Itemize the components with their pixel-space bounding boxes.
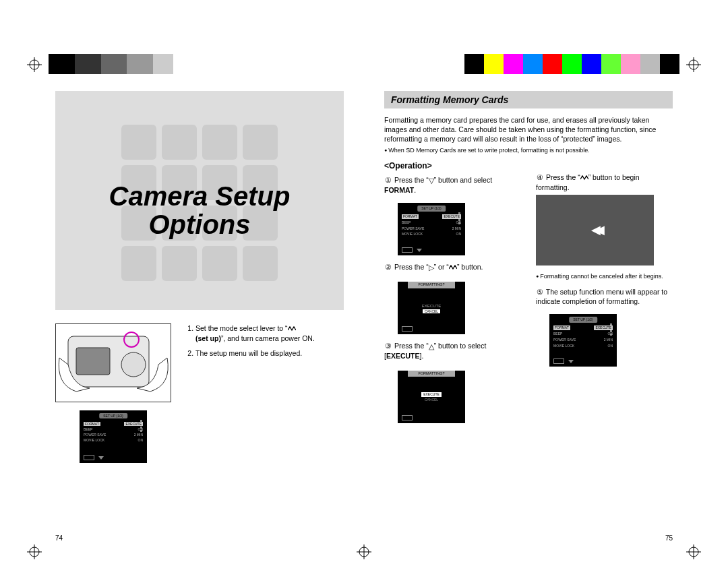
enter-icon — [449, 263, 457, 272]
page-number-left: 74 — [55, 534, 63, 542]
color-calibration-strip — [49, 54, 679, 74]
chapter-hero: Camera Setup Options — [55, 91, 344, 310]
down-triangle-icon: ▽ — [429, 176, 434, 185]
lcd-step-3: FORMATTING? EXECUTE CANCEL — [398, 371, 465, 423]
svg-point-17 — [121, 352, 146, 377]
right-triangle-icon: ▷ — [429, 263, 434, 272]
mid-note: Formatting cannot be canceled after it b… — [536, 272, 673, 280]
intro-step-1: Set the mode select lever to “ (set up)”… — [195, 323, 315, 343]
hero-title-line1: Camera Setup — [109, 181, 291, 211]
intro-step-2: The setup menu will be displayed. — [195, 348, 315, 358]
page-spread: Camera Setup Options — [49, 77, 679, 542]
page-right: Formatting Memory Cards Formatting a mem… — [364, 77, 679, 542]
play-icon: ◀◀ — [591, 222, 599, 238]
op-step-2: ② Press the “▷” or “” button. FORMATTING… — [384, 262, 521, 334]
section-heading: Formatting Memory Cards — [384, 91, 673, 108]
op-step-4: ④ Press the “” button to begin formattin… — [536, 173, 673, 266]
lcd-step-5: SET UP (1/2) FORMATEXECUTE BEEPON POWER … — [549, 314, 617, 367]
operation-col-a: <Operation> ① Press the “▽” button and s… — [384, 160, 521, 430]
lcd-step-1: SET UP (1/2) FORMATEXECUTE BEEPON POWER … — [398, 203, 465, 255]
intro-steps: Set the mode select lever to “ (set up)”… — [183, 323, 315, 463]
op-step-5: ⑤ The setup function menu will appear to… — [536, 287, 673, 367]
registration-mark-icon — [357, 544, 371, 559]
setup-icon — [288, 324, 296, 334]
intro-paragraph: Formatting a memory card prepares the ca… — [384, 115, 673, 144]
lcd-header: SET UP (1/2) — [99, 413, 127, 418]
registration-mark-icon — [27, 57, 42, 72]
registration-mark-icon — [27, 544, 42, 559]
svg-rect-16 — [76, 348, 110, 375]
op-step-3: ③ Press the “△” button to select [EXECUT… — [384, 341, 521, 423]
mid-note-list: Formatting cannot be canceled after it b… — [536, 272, 673, 280]
registration-mark-icon — [686, 544, 701, 559]
operation-heading: <Operation> — [384, 160, 521, 171]
formatting-screenshot: ◀◀ — [536, 195, 654, 266]
up-triangle-icon: △ — [429, 342, 434, 351]
lcd-setup-menu: SET UP (1/2) FORMATEXECUTE BEEPON POWER … — [80, 410, 147, 463]
hero-title-line2: Options — [148, 210, 250, 239]
page-number-right: 75 — [665, 534, 673, 542]
top-note: When SD Memory Cards are set to write pr… — [384, 147, 673, 154]
camera-illustration — [55, 323, 171, 402]
lcd-step-2: FORMATTING? EXECUTE CANCEL — [398, 282, 465, 334]
page-left: Camera Setup Options — [49, 77, 364, 542]
op-step-1: ① Press the “▽” button and select FORMAT… — [384, 175, 521, 255]
operation-col-b: ④ Press the “” button to begin formattin… — [536, 160, 673, 430]
top-note-list: When SD Memory Cards are set to write pr… — [384, 147, 673, 154]
enter-icon — [580, 173, 588, 183]
registration-mark-icon — [686, 57, 701, 72]
